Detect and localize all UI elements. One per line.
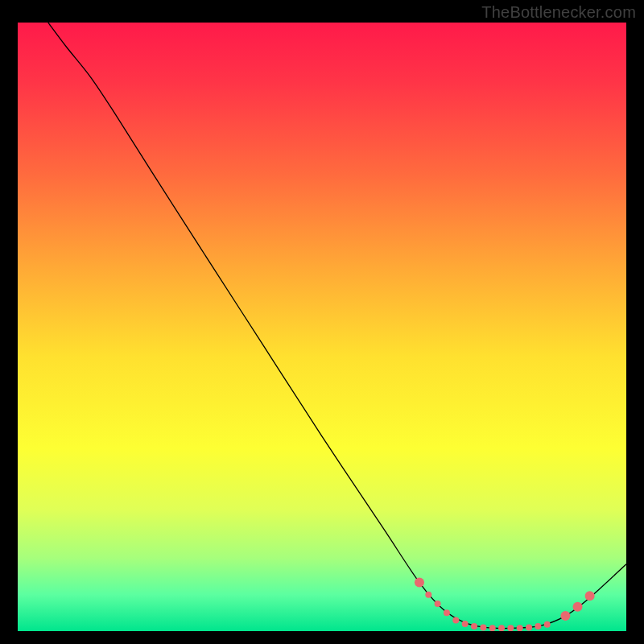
chart-marker: [498, 625, 505, 631]
chart-container: TheBottlenecker.com: [0, 0, 644, 644]
chart-plot-area: [18, 23, 626, 631]
chart-marker: [535, 623, 541, 630]
watermark-text: TheBottlenecker.com: [481, 3, 636, 22]
chart-marker: [507, 625, 514, 631]
chart-marker: [462, 621, 469, 627]
chart-svg: [18, 23, 626, 631]
chart-marker: [444, 609, 450, 616]
chart-marker: [435, 601, 441, 607]
chart-marker: [471, 623, 477, 630]
chart-marker: [585, 591, 595, 601]
chart-marker: [425, 592, 431, 598]
chart-marker: [560, 611, 570, 621]
chart-marker: [526, 624, 532, 630]
chart-marker: [452, 617, 459, 623]
chart-marker: [544, 621, 551, 628]
chart-background: [18, 23, 626, 631]
chart-marker: [415, 578, 424, 588]
chart-marker: [489, 625, 496, 631]
chart-marker: [517, 625, 523, 631]
chart-marker: [480, 624, 486, 630]
chart-marker: [573, 602, 583, 612]
